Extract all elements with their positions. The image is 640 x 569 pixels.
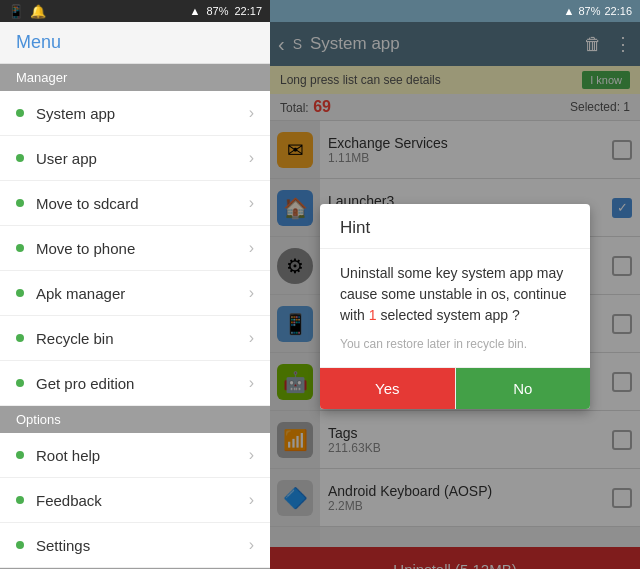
dot-icon (16, 451, 24, 459)
phone-icon: 📱 (8, 4, 24, 19)
dialog-body: Uninstall some key system app may cause … (320, 249, 590, 367)
sidebar-item-settings[interactable]: Settings › (0, 523, 270, 568)
menu-item-label: User app (36, 150, 249, 167)
chevron-icon: › (249, 104, 254, 122)
section-options: Options (0, 406, 270, 433)
chevron-icon: › (249, 536, 254, 554)
chevron-icon: › (249, 149, 254, 167)
dot-icon (16, 541, 24, 549)
dot-icon (16, 199, 24, 207)
dot-icon (16, 154, 24, 162)
status-bar-right: ▲ 87% 22:16 (270, 0, 640, 22)
dot-icon (16, 379, 24, 387)
chevron-icon: › (249, 446, 254, 464)
dialog-yes-button[interactable]: Yes (320, 368, 456, 409)
chevron-icon: › (249, 194, 254, 212)
menu-title: Menu (16, 32, 61, 52)
sidebar-item-user-app[interactable]: User app › (0, 136, 270, 181)
dialog-message-suffix: selected system app ? (380, 307, 519, 323)
chevron-icon: › (249, 239, 254, 257)
menu-item-label: Move to sdcard (36, 195, 249, 212)
chevron-icon: › (249, 491, 254, 509)
sidebar-item-root-help[interactable]: Root help › (0, 433, 270, 478)
sidebar-item-feedback[interactable]: Feedback › (0, 478, 270, 523)
menu-item-label: Move to phone (36, 240, 249, 257)
dot-icon (16, 244, 24, 252)
menu-item-label: Get pro edition (36, 375, 249, 392)
dialog-message: Uninstall some key system app may cause … (340, 263, 570, 326)
dot-icon (16, 496, 24, 504)
menu-item-label: Feedback (36, 492, 249, 509)
sidebar-item-recycle-bin[interactable]: Recycle bin › (0, 316, 270, 361)
dot-icon (16, 334, 24, 342)
dialog-sub-message: You can restore later in recycle bin. (340, 336, 570, 353)
sidebar-item-system-app[interactable]: System app › (0, 91, 270, 136)
menu-item-label: Root help (36, 447, 249, 464)
menu-item-label: Recycle bin (36, 330, 249, 347)
menu-item-label: Settings (36, 537, 249, 554)
time-left: 22:17 (234, 5, 262, 17)
wifi-icon: ▲ (190, 5, 201, 17)
dot-icon (16, 289, 24, 297)
dialog-highlight: 1 (369, 307, 377, 323)
chevron-icon: › (249, 374, 254, 392)
battery-left: 87% (206, 5, 228, 17)
status-bar-left: 📱 🔔 ▲ 87% 22:17 (0, 0, 270, 22)
chevron-icon: › (249, 329, 254, 347)
hint-dialog: Hint Uninstall some key system app may c… (320, 204, 590, 409)
dialog-no-button[interactable]: No (456, 368, 591, 409)
chevron-icon: › (249, 284, 254, 302)
left-panel: Menu Manager System app › User app › Mov… (0, 22, 270, 569)
menu-item-label: Apk manager (36, 285, 249, 302)
sidebar-item-get-pro[interactable]: Get pro edition › (0, 361, 270, 406)
sidebar-item-apk-manager[interactable]: Apk manager › (0, 271, 270, 316)
sidebar-item-move-sdcard[interactable]: Move to sdcard › (0, 181, 270, 226)
menu-header: Menu (0, 22, 270, 64)
right-panel: ‹ S System app 🗑 ⋮ Long press list can s… (270, 22, 640, 569)
sidebar-item-move-phone[interactable]: Move to phone › (0, 226, 270, 271)
menu-item-label: System app (36, 105, 249, 122)
dialog-buttons: Yes No (320, 367, 590, 409)
notification-icon: 🔔 (30, 4, 46, 19)
section-manager: Manager (0, 64, 270, 91)
wifi-icon-right: ▲ (564, 5, 575, 17)
time-right: 22:16 (604, 5, 632, 17)
dialog-overlay: Hint Uninstall some key system app may c… (270, 22, 640, 569)
dialog-title: Hint (320, 204, 590, 249)
dot-icon (16, 109, 24, 117)
battery-right: 87% (578, 5, 600, 17)
